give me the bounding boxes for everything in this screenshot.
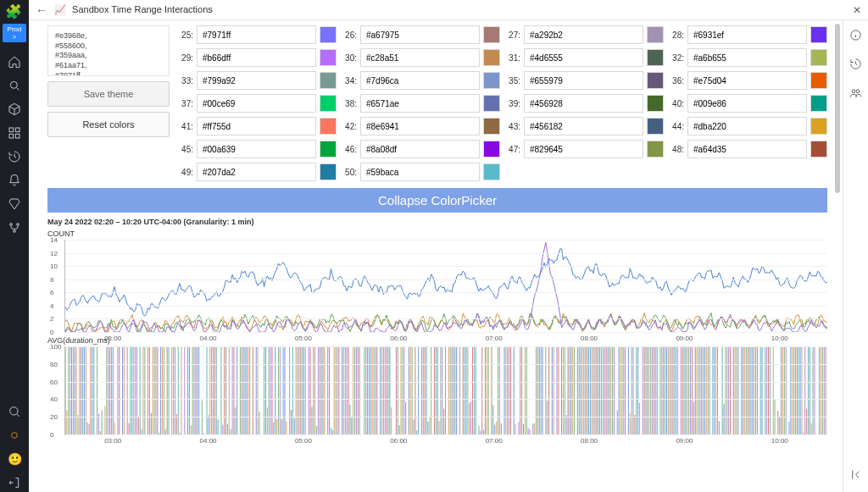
color-hex-input[interactable]	[360, 94, 480, 113]
status-icon[interactable]	[5, 426, 24, 445]
color-hex-input[interactable]	[197, 25, 316, 44]
collapse-rail-icon[interactable]	[849, 468, 862, 484]
theme-hex-list[interactable]: #e3968e, #558600, #359aaa, #61aa71, #797…	[47, 25, 170, 76]
color-hex-input[interactable]	[687, 25, 807, 44]
color-hex-input[interactable]	[524, 94, 643, 113]
color-cell: 37:	[178, 94, 337, 113]
color-cell: 31:	[505, 48, 664, 67]
avatar[interactable]: 🙂	[5, 450, 24, 468]
color-swatch[interactable]	[647, 95, 664, 112]
members-icon[interactable]	[849, 86, 862, 102]
bell-icon[interactable]	[5, 171, 24, 190]
color-swatch[interactable]	[320, 141, 337, 158]
chart-avg-title: AVG(duration_ms)	[47, 336, 827, 345]
color-index: 37:	[178, 99, 193, 108]
color-swatch[interactable]	[320, 118, 337, 135]
color-index: 27:	[505, 30, 520, 40]
color-swatch[interactable]	[483, 163, 500, 180]
color-cell: 34:	[342, 71, 500, 90]
explore-icon[interactable]	[5, 76, 24, 95]
color-hex-input[interactable]	[687, 140, 807, 158]
color-hex-input[interactable]	[197, 117, 316, 135]
env-badge[interactable]: Prod >	[3, 24, 26, 42]
color-hex-input[interactable]	[524, 71, 643, 90]
color-swatch[interactable]	[647, 49, 664, 66]
color-index: 26:	[342, 30, 357, 40]
info-icon[interactable]	[849, 29, 862, 44]
color-index: 25:	[178, 30, 193, 40]
color-hex-input[interactable]	[524, 25, 643, 44]
color-swatch[interactable]	[320, 163, 337, 180]
color-swatch[interactable]	[810, 118, 827, 135]
color-hex-input[interactable]	[524, 140, 643, 158]
color-swatch[interactable]	[647, 26, 664, 43]
color-swatch[interactable]	[810, 26, 827, 43]
color-swatch[interactable]	[320, 26, 337, 43]
color-hex-input[interactable]	[360, 163, 480, 181]
color-swatch[interactable]	[810, 141, 827, 158]
color-swatch[interactable]	[810, 49, 827, 66]
color-hex-input[interactable]	[524, 117, 643, 135]
main: #e3968e, #558600, #359aaa, #61aa71, #797…	[29, 20, 843, 492]
color-cell: 44:	[669, 117, 827, 135]
left-rail: 🧩 Prod > 🙂	[0, 0, 29, 492]
color-hex-input[interactable]	[197, 71, 316, 90]
color-hex-input[interactable]	[360, 71, 480, 90]
color-index: 46:	[342, 145, 357, 154]
color-hex-input[interactable]	[360, 48, 480, 67]
color-hex-input[interactable]	[197, 163, 316, 181]
color-swatch[interactable]	[647, 118, 664, 135]
history2-icon[interactable]	[849, 58, 862, 73]
color-hex-input[interactable]	[687, 117, 807, 135]
color-swatch[interactable]	[647, 72, 664, 89]
color-hex-input[interactable]	[360, 117, 480, 135]
app-logo: 🧩	[5, 3, 24, 22]
reset-colors-button[interactable]: Reset colors	[47, 112, 170, 137]
history-icon[interactable]	[5, 147, 24, 166]
color-hex-input[interactable]	[197, 48, 316, 67]
svg-point-12	[856, 90, 860, 93]
color-swatch[interactable]	[647, 141, 664, 158]
color-swatch[interactable]	[320, 95, 337, 112]
color-cell: 25:	[178, 25, 337, 44]
color-swatch[interactable]	[810, 72, 827, 89]
color-cell: 30:	[342, 48, 500, 67]
color-cell: 29:	[178, 48, 337, 67]
svg-point-8	[10, 407, 18, 415]
save-theme-button[interactable]: Save theme	[47, 81, 170, 107]
color-cell: 48:	[669, 140, 827, 158]
color-swatch[interactable]	[483, 49, 500, 66]
color-swatch[interactable]	[483, 118, 500, 135]
grid-icon[interactable]	[5, 124, 24, 142]
back-button[interactable]: ←	[36, 3, 47, 17]
color-hex-input[interactable]	[687, 71, 807, 90]
color-hex-input[interactable]	[197, 140, 316, 158]
gem-icon[interactable]	[5, 195, 24, 213]
color-index: 34:	[342, 76, 357, 86]
color-swatch[interactable]	[810, 95, 827, 112]
collapse-colorpicker-button[interactable]: Collapse ColorPicker	[47, 188, 827, 213]
color-index: 38:	[342, 99, 357, 108]
color-swatch[interactable]	[483, 95, 500, 112]
color-swatch[interactable]	[483, 26, 500, 43]
color-hex-input[interactable]	[687, 94, 807, 113]
color-swatch[interactable]	[483, 72, 500, 89]
color-hex-input[interactable]	[687, 48, 807, 67]
color-cell: 26:	[342, 25, 500, 44]
color-hex-input[interactable]	[360, 25, 480, 44]
color-hex-input[interactable]	[524, 48, 643, 67]
logout-icon[interactable]	[5, 473, 24, 492]
color-cell: 35:	[505, 71, 664, 90]
cube-icon[interactable]	[5, 100, 24, 119]
close-button[interactable]: ✕	[853, 4, 861, 16]
home-icon[interactable]	[5, 53, 24, 71]
color-swatch[interactable]	[483, 141, 500, 158]
scrollbar[interactable]	[835, 24, 840, 193]
color-index: 41:	[178, 122, 193, 131]
color-swatch[interactable]	[320, 49, 337, 66]
color-hex-input[interactable]	[197, 94, 316, 113]
color-swatch[interactable]	[320, 72, 337, 89]
color-hex-input[interactable]	[360, 140, 480, 158]
branch-icon[interactable]	[5, 218, 24, 237]
search-icon[interactable]	[5, 402, 24, 421]
